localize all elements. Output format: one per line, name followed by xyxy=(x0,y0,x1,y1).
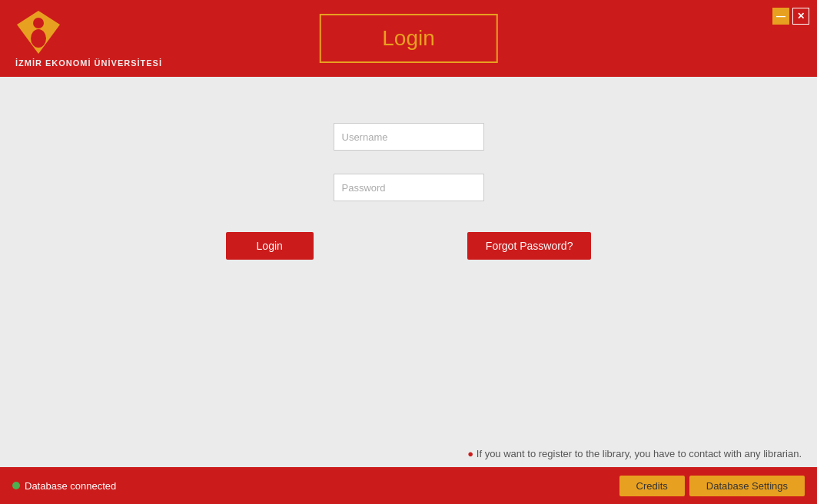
db-status: Database connected xyxy=(12,480,116,492)
header-title-box: Login xyxy=(319,14,498,63)
university-name: İZMİR EKONOMİ ÜNİVERSİTESİ xyxy=(15,58,162,68)
footer: Database connected Credits Database Sett… xyxy=(0,467,817,504)
header-title: Login xyxy=(382,26,435,50)
forgot-password-button[interactable]: Forgot Password? xyxy=(467,232,592,260)
svg-point-2 xyxy=(31,29,46,48)
footer-buttons: Credits Database Settings xyxy=(619,476,805,496)
header: İZMİR EKONOMİ ÜNİVERSİTESİ Login — ✕ xyxy=(0,0,817,77)
credits-button[interactable]: Credits xyxy=(619,476,685,496)
info-text: ● If you want to register to the library… xyxy=(467,448,802,459)
university-logo xyxy=(15,9,61,55)
username-input[interactable] xyxy=(334,123,484,151)
main-content: Login Forgot Password? ● If you want to … xyxy=(0,77,817,467)
logo-area: İZMİR EKONOMİ ÜNİVERSİTESİ xyxy=(15,9,162,68)
info-dot: ● xyxy=(467,448,473,459)
password-input[interactable] xyxy=(334,174,484,201)
svg-point-1 xyxy=(33,18,44,28)
minimize-button[interactable]: — xyxy=(772,8,789,25)
login-button[interactable]: Login xyxy=(226,232,314,260)
db-connected-dot xyxy=(12,482,20,489)
buttons-row: Login Forgot Password? xyxy=(226,232,592,260)
database-settings-button[interactable]: Database Settings xyxy=(689,476,805,496)
db-status-text: Database connected xyxy=(25,480,116,492)
close-button[interactable]: ✕ xyxy=(792,8,809,25)
window-controls: — ✕ xyxy=(772,8,809,25)
